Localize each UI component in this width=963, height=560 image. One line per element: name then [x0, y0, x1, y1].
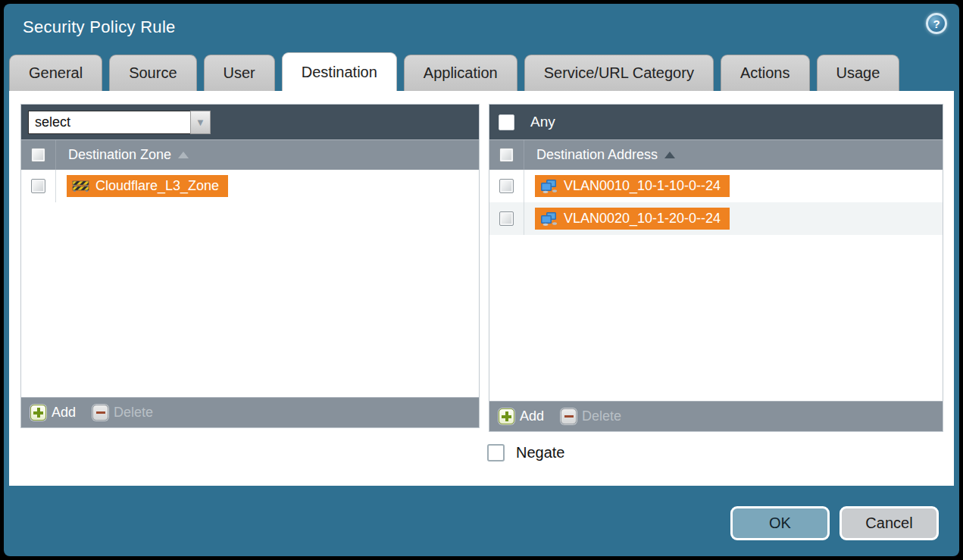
address-chip[interactable]: VLAN0020_10-1-20-0--24 [535, 208, 730, 230]
cancel-button[interactable]: Cancel [839, 506, 939, 540]
zone-select-input[interactable] [28, 111, 190, 134]
tab-bar: General Source User Destination Applicat… [9, 52, 899, 91]
zone-rows: Cloudflare_L3_Zone [21, 170, 479, 397]
negate-checkbox[interactable] [487, 444, 505, 461]
delete-button[interactable]: Delete [561, 408, 621, 424]
sort-ascending-icon [178, 152, 189, 158]
plus-icon [30, 405, 46, 421]
help-icon[interactable]: ? [926, 13, 947, 34]
add-button[interactable]: Add [30, 405, 76, 421]
negate-option: Negate [487, 444, 565, 461]
tab-general[interactable]: General [9, 55, 102, 91]
destination-zone-panel: ▼ Destination Zone [20, 104, 480, 428]
address-chip[interactable]: VLAN0010_10-1-10-0--24 [535, 175, 730, 197]
tab-actions[interactable]: Actions [721, 55, 810, 91]
zone-column-header[interactable]: Destination Zone [68, 147, 189, 163]
address-icon [540, 180, 558, 193]
address-column-header-row: Destination Address [489, 139, 943, 170]
table-row[interactable]: VLAN0010_10-1-10-0--24 [489, 170, 943, 202]
add-button[interactable]: Add [499, 408, 544, 424]
zone-select-combo: ▼ [28, 111, 211, 134]
tab-usage[interactable]: Usage [817, 55, 900, 91]
ok-button[interactable]: OK [730, 506, 830, 540]
negate-label: Negate [516, 444, 565, 461]
chevron-down-icon: ▼ [195, 117, 205, 127]
plus-icon [499, 408, 514, 424]
address-column-header[interactable]: Destination Address [536, 147, 675, 163]
zone-icon [72, 180, 89, 192]
address-rows: VLAN0010_10-1-10-0--24 [489, 170, 943, 401]
minus-icon [561, 408, 577, 424]
any-label: Any [530, 114, 555, 130]
tab-user[interactable]: User [204, 55, 275, 91]
tab-application[interactable]: Application [404, 55, 517, 91]
zone-chip[interactable]: Cloudflare_L3_Zone [67, 175, 228, 197]
tab-destination[interactable]: Destination [282, 52, 397, 91]
zone-panel-header: ▼ [21, 105, 479, 139]
delete-button[interactable]: Delete [92, 405, 153, 421]
row-checkbox[interactable] [499, 211, 514, 226]
table-row[interactable]: Cloudflare_L3_Zone [21, 170, 479, 202]
row-checkbox[interactable] [31, 179, 45, 193]
any-checkbox[interactable] [499, 114, 514, 130]
zone-panel-footer: Add Delete [21, 397, 479, 427]
sort-ascending-icon [664, 152, 675, 158]
zone-column-header-row: Destination Zone [21, 139, 479, 170]
zone-select-dropdown-button[interactable]: ▼ [190, 111, 211, 134]
tab-content-destination: ▼ Destination Zone [9, 91, 954, 486]
destination-address-panel: Any Destination Address [489, 104, 943, 432]
row-checkbox[interactable] [499, 179, 514, 193]
minus-icon [92, 405, 108, 421]
address-panel-footer: Add Delete [489, 401, 943, 431]
tab-source[interactable]: Source [109, 55, 196, 91]
dialog-title: Security Policy Rule [23, 17, 176, 37]
security-policy-rule-dialog: Security Policy Rule ? General Source Us… [4, 4, 959, 556]
address-select-all-checkbox[interactable] [499, 148, 514, 162]
address-panel-header: Any [489, 105, 943, 139]
table-row[interactable]: VLAN0020_10-1-20-0--24 [489, 202, 943, 235]
window-frame: Security Policy Rule ? General Source Us… [0, 0, 963, 560]
zone-select-all-checkbox[interactable] [31, 148, 45, 162]
address-icon [540, 212, 558, 226]
tab-service-url-category[interactable]: Service/URL Category [524, 55, 714, 91]
